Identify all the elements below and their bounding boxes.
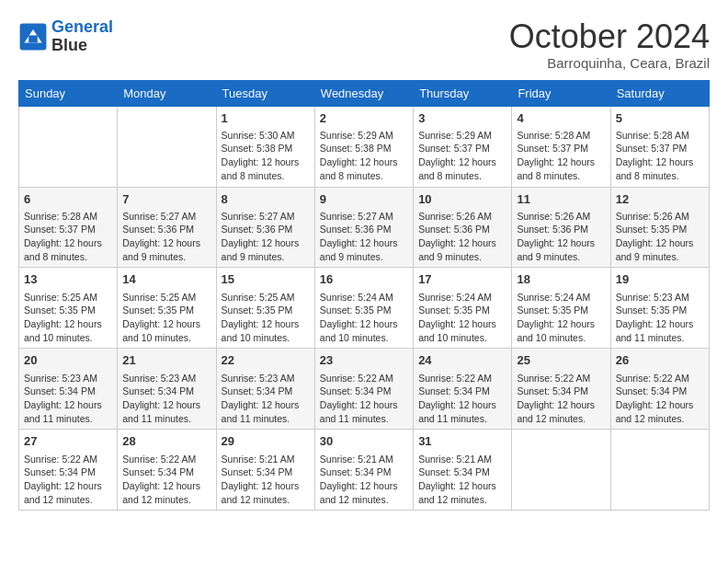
header-tuesday: Tuesday: [216, 80, 314, 106]
day-info: Sunrise: 5:28 AM Sunset: 5:37 PM Dayligh…: [517, 129, 605, 183]
day-info: Sunrise: 5:21 AM Sunset: 5:34 PM Dayligh…: [222, 453, 310, 507]
day-info: Sunrise: 5:25 AM Sunset: 5:35 PM Dayligh…: [24, 291, 112, 345]
calendar-cell: 29Sunrise: 5:21 AM Sunset: 5:34 PM Dayli…: [216, 430, 314, 511]
day-info: Sunrise: 5:24 AM Sunset: 5:35 PM Dayligh…: [517, 291, 605, 345]
day-info: Sunrise: 5:27 AM Sunset: 5:36 PM Dayligh…: [222, 210, 310, 264]
page-header: General Blue October 2024 Barroquinha, C…: [18, 18, 710, 71]
calendar-cell: 5Sunrise: 5:28 AM Sunset: 5:37 PM Daylig…: [610, 106, 709, 187]
calendar-cell: 15Sunrise: 5:25 AM Sunset: 5:35 PM Dayli…: [216, 268, 314, 349]
week-row-3: 13Sunrise: 5:25 AM Sunset: 5:35 PM Dayli…: [19, 268, 710, 349]
day-number: 27: [24, 433, 112, 450]
day-number: 13: [24, 271, 112, 288]
logo-text: General Blue: [51, 18, 113, 55]
day-info: Sunrise: 5:28 AM Sunset: 5:37 PM Dayligh…: [616, 129, 704, 183]
month-title: October 2024: [509, 18, 710, 55]
day-info: Sunrise: 5:22 AM Sunset: 5:34 PM Dayligh…: [24, 453, 112, 507]
calendar-header-row: SundayMondayTuesdayWednesdayThursdayFrid…: [19, 80, 710, 106]
location-subtitle: Barroquinha, Ceara, Brazil: [509, 55, 710, 71]
week-row-2: 6Sunrise: 5:28 AM Sunset: 5:37 PM Daylig…: [19, 187, 710, 268]
calendar-cell: [118, 106, 216, 187]
day-info: Sunrise: 5:29 AM Sunset: 5:37 PM Dayligh…: [418, 129, 506, 183]
week-row-4: 20Sunrise: 5:23 AM Sunset: 5:34 PM Dayli…: [19, 349, 710, 430]
calendar-cell: 16Sunrise: 5:24 AM Sunset: 5:35 PM Dayli…: [314, 268, 413, 349]
week-row-1: 1Sunrise: 5:30 AM Sunset: 5:38 PM Daylig…: [19, 106, 710, 187]
day-number: 29: [222, 433, 310, 450]
header-friday: Friday: [512, 80, 610, 106]
day-info: Sunrise: 5:24 AM Sunset: 5:35 PM Dayligh…: [418, 291, 506, 345]
day-number: 8: [222, 191, 310, 208]
logo-icon: [18, 22, 48, 52]
day-number: 6: [24, 191, 112, 208]
day-number: 26: [616, 352, 704, 369]
day-info: Sunrise: 5:28 AM Sunset: 5:37 PM Dayligh…: [24, 210, 112, 264]
day-info: Sunrise: 5:22 AM Sunset: 5:34 PM Dayligh…: [122, 453, 210, 507]
day-number: 7: [122, 191, 210, 208]
calendar-cell: 6Sunrise: 5:28 AM Sunset: 5:37 PM Daylig…: [19, 187, 118, 268]
calendar-cell: 22Sunrise: 5:23 AM Sunset: 5:34 PM Dayli…: [216, 349, 314, 430]
day-number: 5: [616, 110, 704, 127]
calendar-cell: 21Sunrise: 5:23 AM Sunset: 5:34 PM Dayli…: [118, 349, 216, 430]
day-number: 11: [517, 191, 605, 208]
day-info: Sunrise: 5:27 AM Sunset: 5:36 PM Dayligh…: [122, 210, 210, 264]
day-number: 17: [418, 271, 506, 288]
day-info: Sunrise: 5:21 AM Sunset: 5:34 PM Dayligh…: [320, 453, 408, 507]
day-number: 24: [418, 352, 506, 369]
day-number: 12: [616, 191, 704, 208]
day-number: 23: [320, 352, 408, 369]
day-number: 2: [320, 110, 408, 127]
day-info: Sunrise: 5:27 AM Sunset: 5:36 PM Dayligh…: [320, 210, 408, 264]
day-number: 28: [122, 433, 210, 450]
day-info: Sunrise: 5:26 AM Sunset: 5:35 PM Dayligh…: [616, 210, 704, 264]
day-info: Sunrise: 5:30 AM Sunset: 5:38 PM Dayligh…: [222, 129, 310, 183]
header-monday: Monday: [118, 80, 216, 106]
calendar-cell: 11Sunrise: 5:26 AM Sunset: 5:36 PM Dayli…: [512, 187, 610, 268]
calendar-cell: 2Sunrise: 5:29 AM Sunset: 5:38 PM Daylig…: [314, 106, 413, 187]
day-number: 31: [418, 433, 506, 450]
day-number: 15: [222, 271, 310, 288]
day-number: 3: [418, 110, 506, 127]
logo: General Blue: [18, 18, 113, 55]
day-number: 16: [320, 271, 408, 288]
day-number: 25: [517, 352, 605, 369]
calendar-cell: 9Sunrise: 5:27 AM Sunset: 5:36 PM Daylig…: [314, 187, 413, 268]
calendar-cell: [19, 106, 118, 187]
calendar-cell: 8Sunrise: 5:27 AM Sunset: 5:36 PM Daylig…: [216, 187, 314, 268]
day-info: Sunrise: 5:26 AM Sunset: 5:36 PM Dayligh…: [517, 210, 605, 264]
day-number: 18: [517, 271, 605, 288]
day-number: 10: [418, 191, 506, 208]
day-info: Sunrise: 5:26 AM Sunset: 5:36 PM Dayligh…: [418, 210, 506, 264]
day-info: Sunrise: 5:29 AM Sunset: 5:38 PM Dayligh…: [320, 129, 408, 183]
calendar-cell: 23Sunrise: 5:22 AM Sunset: 5:34 PM Dayli…: [314, 349, 413, 430]
header-thursday: Thursday: [414, 80, 512, 106]
day-info: Sunrise: 5:22 AM Sunset: 5:34 PM Dayligh…: [320, 372, 408, 426]
calendar-cell: 18Sunrise: 5:24 AM Sunset: 5:35 PM Dayli…: [512, 268, 610, 349]
calendar-cell: 19Sunrise: 5:23 AM Sunset: 5:35 PM Dayli…: [610, 268, 709, 349]
calendar-cell: 20Sunrise: 5:23 AM Sunset: 5:34 PM Dayli…: [19, 349, 118, 430]
calendar-cell: 28Sunrise: 5:22 AM Sunset: 5:34 PM Dayli…: [118, 430, 216, 511]
day-number: 9: [320, 191, 408, 208]
calendar-cell: 1Sunrise: 5:30 AM Sunset: 5:38 PM Daylig…: [216, 106, 314, 187]
day-number: 4: [517, 110, 605, 127]
calendar-cell: 30Sunrise: 5:21 AM Sunset: 5:34 PM Dayli…: [314, 430, 413, 511]
day-info: Sunrise: 5:23 AM Sunset: 5:34 PM Dayligh…: [122, 372, 210, 426]
calendar-cell: 3Sunrise: 5:29 AM Sunset: 5:37 PM Daylig…: [414, 106, 512, 187]
day-info: Sunrise: 5:23 AM Sunset: 5:35 PM Dayligh…: [616, 291, 704, 345]
day-info: Sunrise: 5:21 AM Sunset: 5:34 PM Dayligh…: [418, 453, 506, 507]
header-sunday: Sunday: [19, 80, 118, 106]
day-number: 30: [320, 433, 408, 450]
day-info: Sunrise: 5:23 AM Sunset: 5:34 PM Dayligh…: [24, 372, 112, 426]
day-number: 22: [222, 352, 310, 369]
calendar-table: SundayMondayTuesdayWednesdayThursdayFrid…: [18, 80, 710, 511]
day-number: 20: [24, 352, 112, 369]
title-block: October 2024 Barroquinha, Ceara, Brazil: [509, 18, 710, 71]
calendar-cell: 26Sunrise: 5:22 AM Sunset: 5:34 PM Dayli…: [610, 349, 709, 430]
day-number: 21: [122, 352, 210, 369]
header-saturday: Saturday: [610, 80, 709, 106]
day-info: Sunrise: 5:22 AM Sunset: 5:34 PM Dayligh…: [418, 372, 506, 426]
calendar-cell: [610, 430, 709, 511]
svg-rect-2: [28, 35, 38, 42]
calendar-cell: 31Sunrise: 5:21 AM Sunset: 5:34 PM Dayli…: [414, 430, 512, 511]
calendar-cell: 12Sunrise: 5:26 AM Sunset: 5:35 PM Dayli…: [610, 187, 709, 268]
calendar-cell: 24Sunrise: 5:22 AM Sunset: 5:34 PM Dayli…: [414, 349, 512, 430]
day-info: Sunrise: 5:22 AM Sunset: 5:34 PM Dayligh…: [517, 372, 605, 426]
